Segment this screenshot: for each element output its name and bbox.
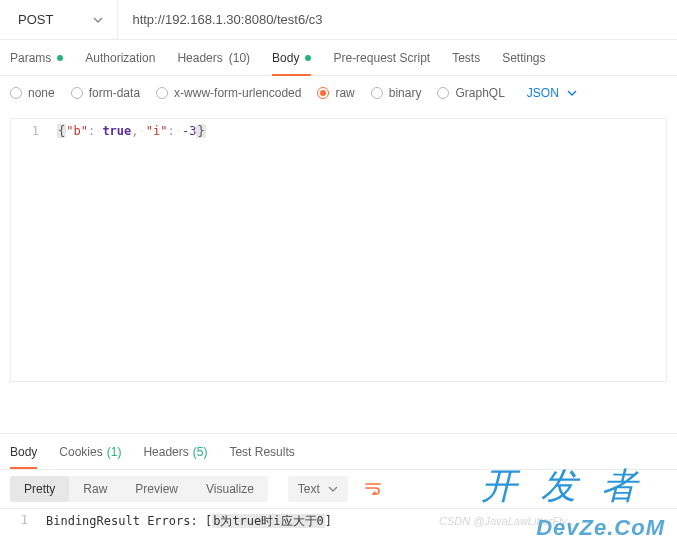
response-format-select[interactable]: Text bbox=[288, 476, 348, 502]
view-visualize[interactable]: Visualize bbox=[192, 476, 268, 502]
radio-raw[interactable]: raw bbox=[317, 86, 354, 100]
request-tabs: Params Authorization Headers (10) Body P… bbox=[0, 40, 677, 76]
method-label: POST bbox=[18, 12, 53, 27]
radio-form-data[interactable]: form-data bbox=[71, 86, 140, 100]
line-number: 1 bbox=[0, 513, 40, 547]
tab-body[interactable]: Body bbox=[272, 40, 311, 75]
tab-authorization[interactable]: Authorization bbox=[85, 40, 155, 75]
url-input[interactable]: http://192.168.1.30:8080/test6/c3 bbox=[118, 12, 673, 27]
wrap-toggle-icon[interactable] bbox=[358, 477, 388, 502]
method-select[interactable]: POST bbox=[4, 0, 118, 39]
tab-headers[interactable]: Headers (10) bbox=[177, 40, 250, 75]
view-preview[interactable]: Preview bbox=[121, 476, 192, 502]
response-body[interactable]: 1 BindingResult Errors: [b为true时i应大于0] bbox=[0, 509, 677, 547]
view-raw[interactable]: Raw bbox=[69, 476, 121, 502]
chevron-down-icon bbox=[328, 486, 338, 492]
chevron-down-icon bbox=[567, 90, 577, 96]
green-dot-icon bbox=[57, 55, 63, 61]
radio-none[interactable]: none bbox=[10, 86, 55, 100]
line-number: 1 bbox=[11, 121, 51, 141]
response-controls: Pretty Raw Preview Visualize Text bbox=[0, 469, 677, 509]
response-line: BindingResult Errors: [b为true时i应大于0] bbox=[40, 513, 332, 547]
code-line: {"b":·true,·"i":·-3} bbox=[51, 121, 206, 141]
view-pretty[interactable]: Pretty bbox=[10, 476, 69, 502]
tab-settings[interactable]: Settings bbox=[502, 40, 545, 75]
chevron-down-icon bbox=[93, 17, 103, 23]
response-tabs: Body Cookies(1) Headers(5) Test Results bbox=[0, 433, 677, 469]
resp-tab-test-results[interactable]: Test Results bbox=[229, 434, 294, 469]
green-dot-icon bbox=[305, 55, 311, 61]
view-mode-segment: Pretty Raw Preview Visualize bbox=[10, 476, 268, 502]
tab-prerequest[interactable]: Pre-request Script bbox=[333, 40, 430, 75]
body-type-row: none form-data x-www-form-urlencoded raw… bbox=[0, 76, 677, 110]
tab-params[interactable]: Params bbox=[10, 40, 63, 75]
radio-xwww[interactable]: x-www-form-urlencoded bbox=[156, 86, 301, 100]
radio-binary[interactable]: binary bbox=[371, 86, 422, 100]
resp-tab-cookies[interactable]: Cookies(1) bbox=[59, 434, 121, 469]
request-body-editor[interactable]: 1 {"b":·true,·"i":·-3} bbox=[10, 118, 667, 382]
tab-tests[interactable]: Tests bbox=[452, 40, 480, 75]
raw-format-select[interactable]: JSON bbox=[527, 86, 577, 100]
resp-tab-headers[interactable]: Headers(5) bbox=[143, 434, 207, 469]
radio-graphql[interactable]: GraphQL bbox=[437, 86, 504, 100]
resp-tab-body[interactable]: Body bbox=[10, 434, 37, 469]
